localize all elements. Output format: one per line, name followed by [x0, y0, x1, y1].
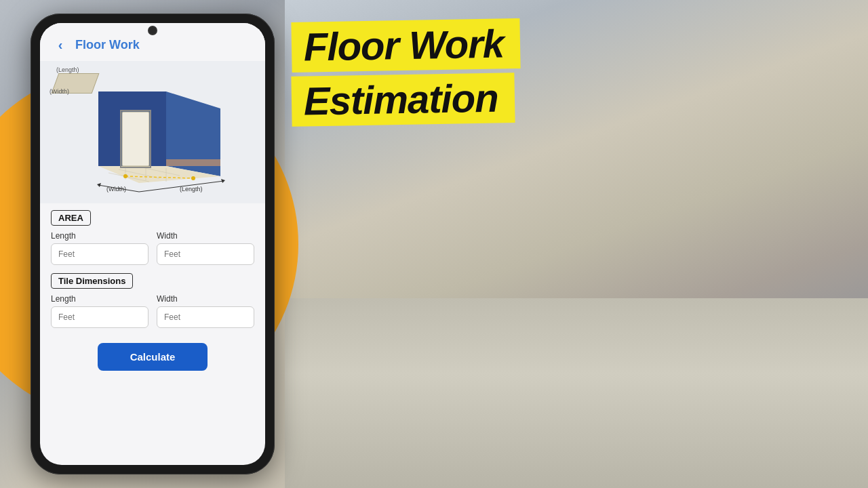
tile-sample: (Length) (Width) — [50, 68, 96, 94]
room-illustration: (Length) (Width) — [40, 61, 265, 203]
form-area: AREA Length Width Tile Dimensions — [40, 203, 265, 384]
tile-width-label: Width — [157, 294, 254, 304]
title-background-2: Estimation — [291, 73, 515, 127]
tile-field-row: Length Width — [51, 294, 254, 328]
tile-length-label: (Length) — [56, 66, 79, 73]
tile-width-group: Width — [157, 294, 254, 328]
svg-text:(Length): (Length) — [180, 186, 203, 192]
room-3d-svg: (Width) (Length) — [71, 71, 234, 193]
area-field-row: Length Width — [51, 231, 254, 265]
tile-section-label: Tile Dimensions — [51, 273, 133, 289]
app-title: Floor Work — [75, 38, 140, 52]
phone-camera — [148, 26, 157, 35]
svg-point-15 — [191, 176, 195, 180]
back-button[interactable]: ‹ — [51, 35, 70, 54]
area-section-label: AREA — [51, 210, 91, 226]
area-length-label: Length — [51, 231, 149, 241]
tile-length-label: Length — [51, 294, 149, 304]
svg-rect-12 — [166, 159, 220, 166]
area-width-group: Width — [157, 231, 254, 265]
phone-screen: ‹ Floor Work (Length) (Width) — [40, 23, 265, 465]
svg-point-14 — [123, 174, 127, 178]
tile-width-label: (Width) — [50, 88, 69, 95]
area-width-input[interactable] — [157, 243, 254, 265]
phone-frame: ‹ Floor Work (Length) (Width) — [31, 14, 275, 474]
area-length-group: Length — [51, 231, 149, 265]
title-background-1: Floor Work — [291, 18, 520, 73]
tile-length-input[interactable] — [51, 306, 149, 328]
phone-device: ‹ Floor Work (Length) (Width) — [31, 14, 275, 474]
title-overlay: Floor Work Estimation — [292, 20, 520, 125]
title-line-1: Floor Work — [303, 21, 504, 68]
svg-marker-17 — [97, 183, 101, 187]
floor-surface — [285, 298, 868, 488]
area-width-label: Width — [157, 231, 254, 241]
tile-width-input[interactable] — [157, 306, 254, 328]
back-icon: ‹ — [58, 37, 63, 53]
tile-length-group: Length — [51, 294, 149, 328]
svg-text:(Width): (Width) — [106, 186, 126, 192]
calculate-button[interactable]: Calculate — [98, 343, 208, 371]
title-line-2: Estimation — [303, 76, 498, 123]
calculate-button-wrapper: Calculate — [51, 332, 254, 378]
tile-section-wrapper: Tile Dimensions Length Width — [51, 273, 254, 328]
svg-rect-9 — [122, 112, 149, 166]
area-length-input[interactable] — [51, 243, 149, 265]
